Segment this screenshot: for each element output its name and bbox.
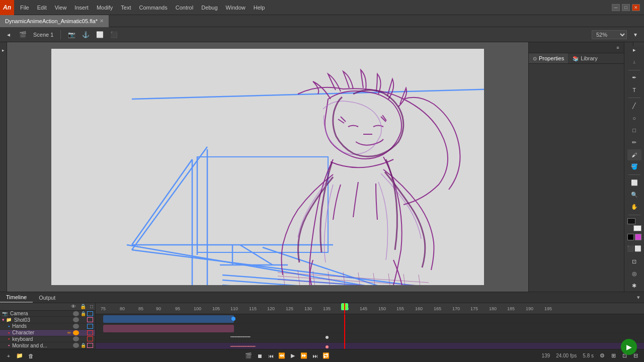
- left-panel-btn[interactable]: ▸: [0, 44, 7, 56]
- output-tab[interactable]: Output: [33, 293, 61, 302]
- timeline-collapse[interactable]: ▾: [637, 294, 640, 301]
- paint-bucket[interactable]: 🪣: [627, 161, 641, 172]
- monitor-lock[interactable]: 🔒: [80, 343, 86, 348]
- folder-layer-button[interactable]: 📁: [15, 351, 24, 360]
- menu-commands[interactable]: Commands: [135, 3, 171, 13]
- layer-character[interactable]: ▪ Character ✏: [0, 330, 95, 336]
- color-swatches: [627, 218, 641, 231]
- shot03-lock[interactable]: [80, 317, 86, 322]
- layer-hands[interactable]: ▪ Hands: [0, 323, 95, 330]
- shot03-frame-row[interactable]: [96, 324, 644, 333]
- character-frame-row[interactable]: ▪▪▪▪▪▪▪▪▪▪▪▪▪▪▪▪▪▪▪▪: [96, 343, 644, 349]
- hands-keyframes: ▪▪▪▪▪▪▪▪▪▪▪▪▪▪▪▪: [230, 335, 251, 338]
- minimize-button[interactable]: ─: [612, 4, 620, 11]
- step-back-button[interactable]: ⏪: [277, 351, 286, 360]
- panel-options[interactable]: ≡: [614, 44, 622, 52]
- zoom-tool[interactable]: 🔍: [627, 189, 641, 200]
- settings-button[interactable]: ⚙: [598, 351, 607, 360]
- pen-tool[interactable]: ✒: [627, 72, 641, 83]
- camera-vis[interactable]: [73, 311, 79, 316]
- left-panel: ▸: [0, 42, 7, 292]
- play-button[interactable]: ▶: [288, 351, 297, 360]
- character-lock[interactable]: [80, 330, 86, 335]
- preview-play-button[interactable]: ▶: [621, 339, 637, 355]
- menu-help[interactable]: Help: [250, 3, 269, 13]
- black-color[interactable]: [627, 234, 634, 240]
- brush-tool[interactable]: 🖌: [627, 149, 641, 160]
- warp-tool[interactable]: ◎: [627, 268, 641, 279]
- snap-tool[interactable]: ⊡: [627, 256, 641, 267]
- layout-btn-1[interactable]: ⊞: [609, 351, 618, 360]
- new-layer-button[interactable]: +: [4, 351, 13, 360]
- hands-frame-row[interactable]: ▪▪▪▪▪▪▪▪▪▪▪▪▪▪▪▪: [96, 333, 644, 343]
- shot03-vis[interactable]: [73, 317, 79, 322]
- layer-monitor[interactable]: ▪ Monitor and d... 🔒: [0, 342, 95, 349]
- layer-shot03[interactable]: ▾ 📁 Shot03: [0, 317, 95, 323]
- camera-lock[interactable]: 🔒: [80, 311, 86, 316]
- keyboard-vis[interactable]: [73, 336, 79, 341]
- hands-vis[interactable]: [73, 324, 79, 329]
- delete-layer-button[interactable]: 🗑: [26, 351, 35, 360]
- clip-button[interactable]: ⬜: [94, 29, 105, 40]
- frame-button[interactable]: ⬛: [108, 29, 119, 40]
- text-tool[interactable]: T: [627, 84, 641, 96]
- anchor-button[interactable]: ⚓: [80, 29, 91, 40]
- menu-window[interactable]: Window: [222, 3, 250, 13]
- timeline-tab[interactable]: Timeline: [0, 293, 33, 303]
- svg-line-16: [132, 159, 192, 245]
- scene-icon[interactable]: 🎬: [17, 29, 28, 40]
- maximize-button[interactable]: □: [622, 4, 630, 11]
- folder-expand-icon[interactable]: ▾: [2, 317, 5, 322]
- cam-toggle[interactable]: 🎬: [244, 351, 253, 360]
- shot03-layer-label: Shot03: [14, 317, 71, 323]
- character-vis[interactable]: [73, 330, 79, 335]
- loop-button[interactable]: 🔁: [321, 351, 331, 360]
- step-forward-button[interactable]: ⏩: [299, 351, 308, 360]
- oval-tool[interactable]: ○: [627, 113, 641, 124]
- hand-tool[interactable]: ✋: [627, 202, 641, 213]
- menu-file[interactable]: File: [16, 3, 33, 13]
- ruler-mark-120: 120: [267, 306, 275, 311]
- monitor-vis[interactable]: [73, 343, 79, 348]
- menu-text[interactable]: Text: [117, 3, 135, 13]
- right-panel-tabs: ⊙ Properties 📚 Library: [529, 53, 624, 64]
- menu-insert[interactable]: Insert: [70, 3, 93, 13]
- fill-color[interactable]: [633, 225, 641, 231]
- menu-control[interactable]: Control: [172, 3, 197, 13]
- subselect-tool[interactable]: ⟂: [627, 56, 641, 67]
- zoom-dropdown[interactable]: ▾: [630, 29, 641, 40]
- rect-tool[interactable]: □: [627, 125, 641, 136]
- stop-button[interactable]: ⏹: [255, 351, 264, 360]
- tool-extra-1[interactable]: ⬛: [627, 242, 634, 254]
- tool-extra-2[interactable]: ⬜: [634, 242, 641, 254]
- menu-debug[interactable]: Debug: [197, 3, 221, 13]
- back-button[interactable]: ◂: [3, 29, 14, 40]
- stroke-color[interactable]: [627, 218, 635, 224]
- hands-icon: ▪: [8, 324, 10, 329]
- library-tab[interactable]: 📚 Library: [569, 53, 602, 63]
- zoom-select[interactable]: 25%50%52%75%100%: [592, 30, 627, 39]
- next-frame-button[interactable]: ⏭: [310, 351, 319, 360]
- timeline-controls: + 📁 🗑 🎬 ⏹ ⏮ ⏪ ▶ ⏩ ⏭ 🔁 139 24.00 fps 5.8 …: [0, 349, 644, 362]
- menu-edit[interactable]: Edit: [33, 3, 51, 13]
- line-tool[interactable]: ╱: [627, 100, 641, 111]
- document-tab-close[interactable]: ✕: [100, 18, 104, 24]
- pencil-tool[interactable]: ✏: [627, 137, 641, 148]
- hands-lock[interactable]: [80, 324, 86, 329]
- menu-view[interactable]: View: [51, 3, 71, 13]
- layer-keyboard[interactable]: ▪ keyboard: [0, 336, 95, 343]
- camera-frame-row[interactable]: [96, 314, 644, 324]
- keyboard-lock[interactable]: [80, 336, 86, 341]
- more-tools[interactable]: ✱: [627, 281, 641, 292]
- eraser-tool[interactable]: ⬜: [627, 177, 641, 188]
- menu-modify[interactable]: Modify: [93, 3, 117, 13]
- close-button[interactable]: ✕: [632, 4, 640, 11]
- svg-line-10: [240, 245, 273, 265]
- properties-tab[interactable]: ⊙ Properties: [529, 53, 569, 63]
- layer-camera[interactable]: 📷 Camera 🔒: [0, 311, 95, 317]
- monitor-outline: [87, 343, 93, 348]
- document-tab[interactable]: DynamicAnimeAction_Animatic05.fla* ✕: [0, 15, 109, 27]
- purple-color[interactable]: [635, 234, 641, 240]
- camera-button[interactable]: 📷: [66, 29, 77, 40]
- prev-frame-button[interactable]: ⏮: [266, 351, 275, 360]
